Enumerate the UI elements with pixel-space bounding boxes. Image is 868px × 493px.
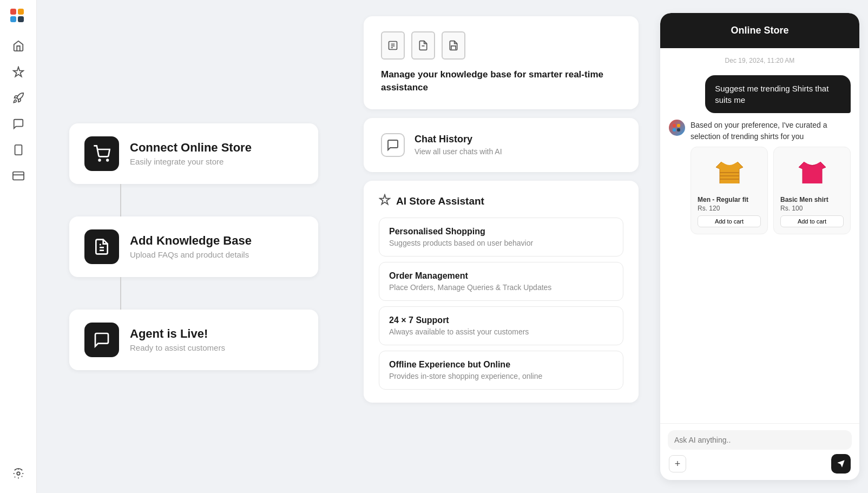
chat-history-text: Chat History View all user chats with AI (415, 134, 502, 156)
svg-point-4 (17, 472, 20, 475)
logo-dot-yellow (18, 9, 24, 15)
right-panel: Online Store Dec 19, 2024, 11:20 AM Sugg… (652, 0, 868, 493)
chat-container: Online Store Dec 19, 2024, 11:20 AM Sugg… (660, 13, 859, 480)
svg-rect-2 (12, 172, 23, 180)
chat-header-title: Online Store (731, 25, 788, 36)
svg-point-5 (99, 159, 101, 161)
agent-live-icon-box (84, 323, 119, 357)
file-icon-1 (381, 31, 405, 60)
user-message-bubble: Suggest me trending Shirts that suits me (705, 75, 851, 113)
chat-timestamp: Dec 19, 2024, 11:20 AM (669, 57, 851, 64)
feature-personalised-shopping-title: Personalised Shopping (389, 227, 613, 236)
step-connect-store[interactable]: Connect Online Store Easily integrate yo… (69, 123, 318, 184)
chat-input-field[interactable] (674, 436, 845, 444)
ai-message-text: Based on your preference, I've curated a… (691, 120, 851, 234)
connect-store-icon-box (84, 136, 119, 171)
logo-dot-red (10, 9, 16, 15)
ai-message-bubble: Based on your preference, I've curated a… (669, 120, 851, 234)
file-icon-3 (442, 31, 465, 60)
knowledge-card-title: Manage your knowledge base for smarter r… (381, 68, 621, 94)
feature-personalised-shopping[interactable]: Personalised Shopping Suggests products … (379, 218, 623, 257)
product-card-2[interactable]: Basic Men shirt Rs. 100 Add to cart (773, 147, 851, 234)
ai-assistant-spark-icon (379, 194, 391, 209)
phone-icon[interactable] (8, 139, 29, 161)
sidebar (0, 0, 37, 493)
card-icon[interactable] (8, 165, 29, 187)
avatar-dot-yellow (677, 124, 680, 127)
app-logo (10, 9, 27, 22)
step-add-knowledge[interactable]: Add Knowledge Base Upload FAQs and produ… (69, 216, 318, 277)
feature-offline-experience-subtitle: Provides in-store shopping experience, o… (389, 372, 613, 380)
add-to-cart-btn-1[interactable]: Add to cart (698, 215, 761, 227)
logo-dot-dark (18, 16, 24, 22)
add-knowledge-text: Add Knowledge Base Upload FAQs and produ… (130, 234, 252, 259)
ai-avatar (669, 120, 685, 136)
add-to-cart-btn-2[interactable]: Add to cart (780, 215, 844, 227)
product-price-2: Rs. 100 (780, 205, 844, 212)
svg-point-6 (107, 159, 108, 161)
product-image-1 (698, 154, 761, 192)
agent-live-subtitle: Ready to assist customers (130, 343, 225, 352)
feature-order-management-subtitle: Place Orders, Manage Queries & Track Upd… (389, 283, 613, 292)
chat-history-title: Chat History (415, 134, 502, 145)
logo-dot-blue (10, 16, 16, 22)
step-connector-1 (120, 184, 121, 216)
plus-icon: + (675, 458, 681, 470)
connect-store-subtitle: Easily integrate your store (130, 157, 252, 166)
connect-store-title: Connect Online Store (130, 141, 252, 155)
sparkle-icon[interactable] (8, 61, 29, 83)
add-knowledge-title: Add Knowledge Base (130, 234, 252, 248)
home-icon[interactable] (8, 35, 29, 57)
feature-offline-experience[interactable]: Offline Experience but Online Provides i… (379, 351, 623, 390)
file-icon-2 (411, 31, 435, 60)
knowledge-icons (381, 31, 621, 60)
product-name-1: Men - Regular fit (698, 196, 761, 203)
add-knowledge-icon-box (84, 229, 119, 264)
ai-assistant-card: AI Store Assistant Personalised Shopping… (364, 181, 639, 403)
chat-bottom-row: + (668, 454, 852, 474)
rocket-icon[interactable] (8, 87, 29, 109)
user-message-text: Suggest me trending Shirts that suits me (715, 84, 828, 104)
avatar-dot-red (673, 124, 676, 127)
product-image-2 (780, 154, 844, 192)
chat-body: Dec 19, 2024, 11:20 AM Suggest me trendi… (660, 48, 859, 423)
knowledge-base-card[interactable]: Manage your knowledge base for smarter r… (364, 16, 639, 109)
product-price-1: Rs. 120 (698, 205, 761, 212)
chat-history-subtitle: View all user chats with AI (415, 147, 502, 156)
product-card-1[interactable]: Men - Regular fit Rs. 120 Add to cart (691, 147, 768, 234)
avatar-dot-blue (673, 128, 676, 132)
feature-support-247-title: 24 × 7 Support (389, 315, 613, 325)
chat-history-card[interactable]: Chat History View all user chats with AI (364, 118, 639, 172)
middle-panel: Manage your knowledge base for smarter r… (351, 0, 652, 493)
feature-support-247[interactable]: 24 × 7 Support Always available to assis… (379, 306, 623, 345)
feature-support-247-subtitle: Always available to assist your customer… (389, 327, 613, 336)
product-grid: Men - Regular fit Rs. 120 Add to cart (691, 147, 851, 234)
chat-attach-button[interactable]: + (669, 455, 686, 472)
feature-order-management-title: Order Management (389, 271, 613, 281)
chat-nav-icon[interactable] (8, 113, 29, 135)
chat-header: Online Store (660, 13, 859, 48)
ai-assistant-header: AI Store Assistant (379, 194, 623, 209)
feature-personalised-shopping-subtitle: Suggests products based on user behavior (389, 239, 613, 247)
chat-history-icon (381, 133, 405, 157)
chat-send-button[interactable] (831, 454, 851, 474)
ai-response-text: Based on your preference, I've curated a… (691, 120, 851, 142)
product-name-2: Basic Men shirt (780, 196, 844, 203)
step-agent-live[interactable]: Agent is Live! Ready to assist customers (69, 310, 318, 370)
agent-live-title: Agent is Live! (130, 327, 225, 341)
feature-order-management[interactable]: Order Management Place Orders, Manage Qu… (379, 262, 623, 301)
chat-input-row (668, 430, 852, 450)
step-connector-2 (120, 277, 121, 310)
ai-assistant-title: AI Store Assistant (396, 195, 484, 207)
feature-offline-experience-title: Offline Experience but Online (389, 360, 613, 370)
left-panel: Connect Online Store Easily integrate yo… (37, 0, 351, 493)
avatar-dot-dark (677, 128, 680, 132)
chat-input-area: + (660, 423, 859, 480)
add-knowledge-subtitle: Upload FAQs and product details (130, 250, 252, 259)
connect-store-text: Connect Online Store Easily integrate yo… (130, 141, 252, 166)
settings-icon[interactable] (8, 463, 29, 484)
agent-live-text: Agent is Live! Ready to assist customers (130, 327, 225, 352)
